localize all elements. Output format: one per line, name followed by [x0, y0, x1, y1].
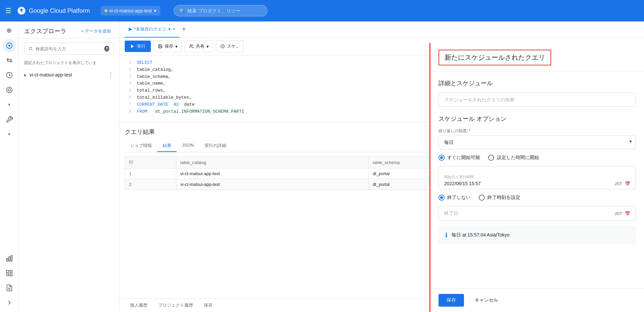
set-end-radio[interactable] [479, 195, 485, 201]
search-icon: 🔍 [179, 8, 185, 13]
info-icon: ℹ [445, 231, 448, 239]
explorer-project-item[interactable]: ▶ vi-ct-matsui-app-test ⋮ [19, 68, 119, 81]
frequency-select[interactable]: 毎日 毎週 毎月 カスタム [438, 135, 636, 149]
sidebar-item-history[interactable] [3, 68, 16, 82]
svg-rect-13 [6, 274, 8, 276]
col-header-row-num: 行 [125, 157, 176, 168]
right-panel-title: 新たにスケジュールされたクエリ [438, 50, 551, 65]
sidebar-item-dot1[interactable]: • [3, 98, 16, 111]
explorer-add-label: + データを追加 [81, 28, 111, 34]
start-time-label: 設定した時間に開始 [497, 155, 539, 161]
project-dot [105, 9, 107, 12]
project-triangle-icon: ▶ [24, 73, 27, 77]
topbar: ☰ Google Cloud Platform vi-ct-matsui-app… [0, 0, 644, 21]
start-now-radio[interactable] [438, 155, 445, 161]
topbar-project-chevron: ▾ [154, 8, 156, 13]
topbar-logo: Google Cloud Platform [17, 6, 90, 15]
no-end-label: 終了しない [447, 195, 471, 201]
frequency-dropdown[interactable]: 繰り返しの頻度: * 毎日 毎週 毎月 カスタム ▾ [438, 128, 636, 149]
col-header-catalog: table_catalog [176, 157, 368, 168]
explorer-search-bar[interactable]: ? [24, 43, 114, 55]
svg-point-4 [8, 45, 10, 47]
topbar-project-selector[interactable]: vi-ct-matsui-app-test ▾ [101, 6, 160, 15]
sidebar-item-grid[interactable] [3, 266, 16, 280]
query-tab-dropdown-icon[interactable]: ▾ [168, 27, 171, 32]
project-more-icon[interactable]: ⋮ [108, 71, 114, 79]
run-button[interactable]: 実行 [125, 41, 151, 52]
sidebar-item-chart[interactable] [3, 252, 16, 265]
save-button[interactable]: 保存 ▾ [154, 40, 182, 52]
end-calendar-icon[interactable]: 📅 [625, 211, 630, 216]
svg-point-7 [8, 89, 10, 91]
bottom-tab-saved[interactable]: 保存 [198, 299, 218, 312]
main-layout: • • エクスプローラ + データを追加 [0, 21, 644, 312]
sidebar-item-explore[interactable] [3, 39, 16, 52]
start-calendar-icon[interactable]: 📅 [625, 181, 630, 186]
svg-rect-12 [10, 270, 12, 272]
svg-rect-14 [10, 274, 12, 276]
sidebar-item-wrench[interactable] [3, 113, 16, 126]
start-date-input-wrap[interactable]: 開始日と実行時間 2022/06/15 15:57 JST 📅 [438, 166, 636, 189]
schedule-preview-text: 毎日 at 15:57:04 Asia/Tokyo [452, 232, 510, 238]
query-tab-close-icon[interactable]: × [173, 27, 175, 32]
query-tab-run-icon: ▶ [129, 27, 132, 32]
right-panel-body: 詳細とスケジュール スケジュール オプション 繰り返しの頻度: * 毎日 毎週 … [430, 71, 644, 252]
no-end-option[interactable]: 終了しない [438, 195, 471, 201]
topbar-search-bar[interactable]: 🔍 [174, 5, 268, 16]
query-tab-unsaved[interactable]: ▶ *未保存のクエリ ▾ × [125, 21, 179, 38]
start-date-field: 開始日と実行時間 2022/06/15 15:57 JST 📅 [438, 166, 636, 189]
end-date-field[interactable]: 終了日 JST 📅 [438, 206, 636, 221]
end-date-placeholder: 終了日 [444, 210, 458, 216]
run-icon [130, 44, 135, 49]
sidebar-item-dot2[interactable]: • [3, 127, 16, 141]
bottom-tab-personal[interactable]: 個人履歴 [125, 299, 153, 312]
explorer-title: エクスプローラ [24, 27, 66, 35]
start-now-option[interactable]: すぐに開始可能 [438, 155, 480, 161]
results-tab-exec[interactable]: 実行の詳細 [199, 140, 232, 152]
right-panel-header: 新たにスケジュールされたクエリ [430, 43, 644, 71]
panel-save-button[interactable]: 保存 [438, 294, 464, 307]
details-section-title: 詳細とスケジュール [438, 79, 636, 87]
set-end-label: 終了時刻を設定 [487, 195, 520, 201]
start-date-suffix: JST 📅 [614, 181, 630, 186]
save-dropdown-icon: ▾ [175, 44, 178, 49]
results-tab-results[interactable]: 結果 [157, 140, 177, 152]
results-tab-job-info[interactable]: ジョブ情報 [125, 140, 157, 152]
explorer-add-button[interactable]: + データを追加 [78, 27, 114, 36]
gcp-logo-icon [17, 6, 26, 15]
sidebar-item-doc[interactable] [3, 281, 16, 295]
query-tabs-bar: ▶ *未保存のクエリ ▾ × + [119, 21, 644, 38]
save-label: 保存 [165, 43, 173, 49]
share-button[interactable]: 共有 ▾ [185, 40, 213, 52]
row-2-catalog: vi-ct-matsui-app-test [176, 179, 368, 190]
start-time-option[interactable]: 設定した時間に開始 [488, 155, 539, 161]
topbar-search-input[interactable] [187, 8, 254, 13]
share-icon [189, 44, 194, 49]
panel-cancel-button[interactable]: キャンセル [469, 294, 504, 307]
query-name-field [438, 93, 636, 107]
schedule-preview: ℹ 毎日 at 15:57:04 Asia/Tokyo [438, 226, 636, 244]
explorer-search-input[interactable] [36, 46, 102, 51]
end-options-group: 終了しない 終了時刻を設定 [438, 195, 636, 201]
sidebar-item-analytics[interactable] [3, 83, 16, 97]
query-name-input[interactable] [438, 93, 636, 107]
sidebar-item-search[interactable] [3, 24, 16, 38]
query-tab-add-icon[interactable]: + [182, 25, 186, 33]
search-help-icon[interactable]: ? [104, 46, 109, 52]
right-panel: 新たにスケジュールされたクエリ 詳細とスケジュール スケジュール オプション 繰… [429, 43, 644, 312]
sidebar-item-expand[interactable] [3, 296, 16, 309]
start-time-radio[interactable] [488, 155, 494, 161]
svg-point-2 [8, 30, 10, 32]
explorer-pinned-label: 固定されたプロジェクトを表示していま [19, 59, 119, 68]
set-end-option[interactable]: 終了時刻を設定 [479, 195, 520, 201]
sidebar-item-transfer[interactable] [3, 54, 16, 67]
svg-rect-10 [11, 256, 12, 261]
results-tab-json[interactable]: JSON [177, 140, 199, 152]
schedule-button[interactable]: スケ... [216, 40, 244, 52]
no-end-radio[interactable] [438, 195, 445, 201]
svg-point-19 [190, 45, 192, 46]
explorer-sidebar: エクスプローラ + データを追加 ? 固定されたプロジェクトを表示していま ▶ … [19, 21, 119, 312]
start-date-label: 開始日と実行時間 [444, 174, 481, 179]
menu-icon[interactable]: ☰ [5, 7, 11, 15]
bottom-tab-project[interactable]: プロジェクト履歴 [153, 299, 198, 312]
